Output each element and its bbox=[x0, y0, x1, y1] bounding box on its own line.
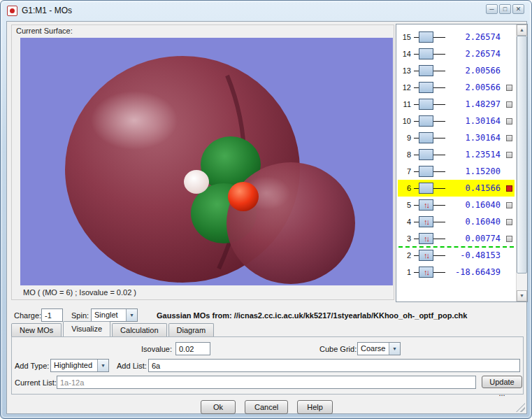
mo-number: 6 bbox=[398, 184, 413, 192]
mo-level-line: ↑↓ bbox=[413, 247, 445, 264]
mo-checkbox-cell bbox=[504, 180, 515, 197]
mo-number: 1 bbox=[398, 268, 413, 276]
maximize-button[interactable]: □ bbox=[499, 4, 511, 14]
chevron-down-icon[interactable]: ▼ bbox=[389, 343, 400, 355]
mo-checkbox[interactable] bbox=[506, 118, 512, 125]
mo-row-10[interactable]: 101.30164 bbox=[398, 113, 515, 129]
add-type-label: Add Type: bbox=[15, 362, 49, 370]
mo-checkbox[interactable] bbox=[506, 85, 512, 91]
lobe-highlight bbox=[91, 91, 178, 150]
tab-diagram[interactable]: Diagram bbox=[168, 323, 215, 336]
mo-list-scrollbar[interactable]: ▲ ▼ bbox=[516, 24, 527, 301]
add-list-input[interactable] bbox=[148, 359, 520, 372]
mo-checkbox[interactable] bbox=[506, 219, 512, 225]
spin-select[interactable]: Singlet ▼ bbox=[91, 308, 138, 322]
mo-energy-value: 2.26574 bbox=[445, 49, 504, 59]
mo-box-icon[interactable]: ↑↓ bbox=[419, 267, 433, 278]
mo-row-14[interactable]: 142.26574 bbox=[398, 45, 515, 62]
scroll-down-icon[interactable]: ▼ bbox=[517, 290, 527, 301]
mo-checkbox[interactable] bbox=[506, 202, 512, 208]
mo-checkbox[interactable] bbox=[506, 236, 512, 242]
mo-energy-value: 2.00566 bbox=[445, 83, 504, 92]
mo-checkbox-cell bbox=[504, 45, 515, 62]
mo-energy-value: 1.30164 bbox=[445, 133, 504, 143]
mo-box-icon[interactable] bbox=[419, 132, 433, 143]
mo-number: 3 bbox=[398, 234, 413, 243]
mo-box-icon[interactable] bbox=[419, 99, 433, 110]
mo-checkbox[interactable] bbox=[506, 152, 512, 158]
mo-energy-value: 0.41566 bbox=[445, 183, 504, 193]
mo-box-icon[interactable] bbox=[419, 48, 433, 59]
current-list-input[interactable] bbox=[57, 376, 476, 389]
mo-row-11[interactable]: 111.48297 bbox=[398, 96, 515, 113]
help-button[interactable]: Help bbox=[297, 400, 333, 414]
mo-number: 11 bbox=[398, 100, 413, 108]
mo-checkbox-cell bbox=[504, 163, 515, 180]
tab-bar: New MOs Visualize Calculation Diagram bbox=[11, 322, 215, 336]
mo-box-icon[interactable] bbox=[419, 183, 433, 194]
cancel-button[interactable]: Cancel bbox=[245, 400, 288, 414]
mo-checkbox-cell bbox=[504, 247, 515, 264]
mo-checkbox-cell bbox=[504, 96, 515, 113]
tab-new-mos[interactable]: New MOs bbox=[11, 323, 62, 336]
mo-level-line bbox=[413, 129, 445, 146]
charge-input[interactable] bbox=[41, 308, 63, 322]
mo-checkbox[interactable] bbox=[506, 101, 512, 108]
mo-row-12[interactable]: 122.00566 bbox=[398, 79, 515, 96]
ok-button[interactable]: Ok bbox=[201, 400, 236, 414]
mo-checkbox[interactable] bbox=[506, 135, 512, 141]
mo-row-15[interactable]: 152.26574 bbox=[398, 29, 515, 45]
chevron-down-icon[interactable]: ▼ bbox=[97, 360, 108, 371]
mo-energy-value: 0.16040 bbox=[445, 217, 504, 227]
mo-checkbox-cell bbox=[504, 79, 515, 96]
mo-box-icon[interactable]: ↑↓ bbox=[419, 199, 433, 211]
mo-level-line bbox=[413, 163, 445, 180]
isovalue-input[interactable] bbox=[175, 342, 210, 355]
mo-energy-value: 0.16040 bbox=[445, 200, 504, 210]
mo-energy-value: 2.26574 bbox=[445, 32, 504, 42]
gaussian-source-text: Gaussian MOs from: //icnas2.cc.ic.ac.uk/… bbox=[157, 311, 467, 320]
cube-grid-select[interactable]: Coarse ▼ bbox=[357, 342, 401, 355]
positive-lobe-small bbox=[227, 162, 355, 284]
mo-energy-value: 2.00566 bbox=[445, 66, 504, 76]
mo-checkbox[interactable] bbox=[506, 185, 512, 192]
mo-row-4[interactable]: 4↑↓0.16040 bbox=[398, 213, 515, 230]
mo-row-5[interactable]: 5↑↓0.16040 bbox=[398, 197, 515, 213]
cube-grid-value: Coarse bbox=[358, 343, 389, 355]
tab-visualize[interactable]: Visualize bbox=[63, 321, 110, 336]
mo-box-icon[interactable] bbox=[419, 65, 433, 76]
scrollbar-thumb[interactable] bbox=[517, 36, 527, 274]
mo-box-icon[interactable] bbox=[419, 115, 433, 127]
mo-row-1[interactable]: 1↑↓-18.66439 bbox=[398, 264, 515, 280]
mo-row-3[interactable]: 3↑↓0.00774 bbox=[398, 230, 515, 247]
mo-row-8[interactable]: 81.23514 bbox=[398, 146, 515, 163]
mo-row-6[interactable]: 60.41566 bbox=[398, 180, 515, 197]
window-controls: ─ □ ✕ bbox=[486, 4, 524, 14]
mo-row-7[interactable]: 71.15200 bbox=[398, 163, 515, 180]
mo-box-icon[interactable]: ↑↓ bbox=[419, 233, 433, 244]
minimize-button[interactable]: ─ bbox=[486, 4, 498, 14]
mo-row-9[interactable]: 91.30164 bbox=[398, 129, 515, 146]
mo-box-icon[interactable]: ↑↓ bbox=[419, 216, 433, 227]
close-button[interactable]: ✕ bbox=[512, 4, 524, 14]
scroll-up-icon[interactable]: ▲ bbox=[517, 24, 527, 36]
update-button[interactable]: Update ... bbox=[482, 376, 522, 388]
mo-checkbox-cell bbox=[504, 113, 515, 129]
mo-box-icon[interactable] bbox=[419, 166, 433, 177]
mo-box-icon[interactable] bbox=[419, 149, 433, 160]
mo-level-line bbox=[413, 79, 445, 96]
mo-surface-render[interactable] bbox=[20, 38, 393, 285]
mo-box-icon[interactable] bbox=[419, 31, 433, 43]
add-type-select[interactable]: Highlighted ▼ bbox=[50, 359, 109, 372]
hydrogen-atom-sphere bbox=[184, 170, 209, 194]
mo-energy-list: 152.26574142.26574132.00566122.00566111.… bbox=[396, 24, 528, 302]
mo-row-2[interactable]: 2↑↓-0.48153 bbox=[398, 247, 515, 264]
mo-box-icon[interactable]: ↑↓ bbox=[419, 250, 433, 261]
mo-row-13[interactable]: 132.00566 bbox=[398, 62, 515, 79]
app-window: G1:M1 - MOs ─ □ ✕ Current Surface: bbox=[0, 0, 532, 419]
current-surface-label: Current Surface: bbox=[16, 27, 73, 35]
tab-calculation[interactable]: Calculation bbox=[112, 323, 166, 336]
titlebar[interactable]: G1:M1 - MOs bbox=[1, 1, 531, 20]
mo-box-icon[interactable] bbox=[419, 82, 433, 93]
chevron-down-icon[interactable]: ▼ bbox=[126, 309, 137, 321]
